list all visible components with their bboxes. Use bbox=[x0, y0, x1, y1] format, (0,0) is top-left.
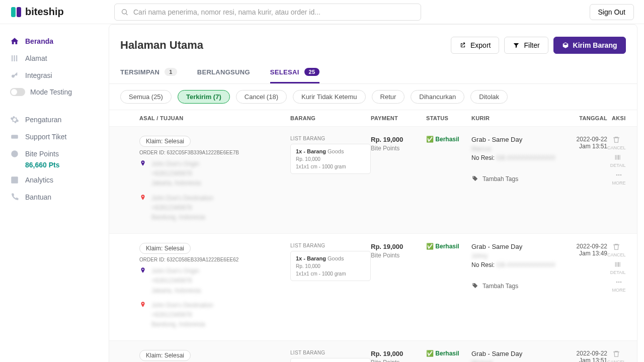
trash-icon bbox=[612, 136, 620, 144]
sidebar-item-beranda[interactable]: Beranda bbox=[5, 33, 104, 49]
svg-rect-3 bbox=[12, 55, 13, 61]
order-id: ORDER ID: 632C058EB339A1222BE6EE62 bbox=[139, 257, 290, 262]
detail-action[interactable]: DETAIL bbox=[610, 153, 626, 168]
sidebar-item-integrasi[interactable]: Integrasi bbox=[5, 67, 104, 83]
claim-badge: Klaim: Selesai bbox=[139, 243, 191, 254]
filter-chip-retur[interactable]: Retur bbox=[372, 90, 405, 104]
sidebar-item-support[interactable]: Support Tiket bbox=[5, 129, 104, 145]
item-card: 1x - Barang Goods Rp. 10,000 1x1x1 cm - … bbox=[290, 358, 371, 362]
export-button[interactable]: Export bbox=[451, 37, 499, 54]
svg-point-2 bbox=[122, 9, 126, 14]
col-header-payment: PAYMENT bbox=[371, 115, 426, 121]
payment-amount: Rp. 19,000 bbox=[371, 350, 426, 357]
col-header-tanggal: TANGGAL bbox=[562, 115, 607, 121]
ship-button[interactable]: Kirim Barang bbox=[553, 37, 626, 54]
svg-rect-5 bbox=[16, 55, 17, 61]
phone-icon bbox=[10, 193, 19, 202]
filter-button[interactable]: Filter bbox=[504, 37, 548, 54]
order-id: ORDER ID: 632C05F3B339A1222BE6EE7B bbox=[139, 150, 290, 155]
col-header-status: STATUS bbox=[426, 115, 471, 121]
sign-out-button[interactable]: Sign Out bbox=[590, 4, 634, 20]
resi: No Resi: GB-XXXXXXXXXXXX bbox=[471, 261, 562, 268]
filter-chip-semua[interactable]: Semua (25) bbox=[120, 90, 172, 104]
filter-chip-ditolak[interactable]: Ditolak bbox=[470, 90, 508, 104]
page-title: Halaman Utama bbox=[120, 39, 203, 52]
sidebar-item-alamat[interactable]: Alamat bbox=[5, 50, 104, 66]
tab-label: TERSIMPAN bbox=[120, 68, 159, 76]
more-action[interactable]: MORE bbox=[612, 278, 626, 293]
svg-rect-1 bbox=[17, 7, 21, 17]
status-badge: ✅ Berhasil bbox=[426, 136, 471, 143]
add-tags-button[interactable]: Tambah Tags bbox=[471, 283, 562, 290]
dest-address: John Doe's Destination+62812345678Bandun… bbox=[151, 301, 213, 330]
more-action[interactable]: MORE bbox=[612, 171, 626, 186]
order-row: Klaim: Selesai ORDER ID: 632C05F3B339A12… bbox=[109, 340, 637, 362]
order-date: 2022-09-22 bbox=[562, 136, 607, 143]
svg-rect-9 bbox=[11, 176, 18, 184]
sidebar-label: Integrasi bbox=[25, 71, 52, 79]
tab-berlangsung[interactable]: BERLANGSUNG bbox=[197, 63, 250, 83]
sidebar-item-points[interactable]: Bite Points bbox=[5, 146, 104, 162]
svg-rect-7 bbox=[11, 135, 18, 139]
dest-address: John Doe's Destination+62812345678Bandun… bbox=[151, 194, 213, 223]
order-time: Jam 13:49 bbox=[562, 250, 607, 257]
col-header-barang: BARANG bbox=[290, 115, 371, 121]
origin-pin-icon bbox=[139, 160, 146, 167]
tab-badge: 25 bbox=[304, 68, 320, 76]
driver-name: Marcus bbox=[471, 145, 562, 152]
svg-point-23 bbox=[620, 282, 622, 283]
status-badge: ✅ Berhasil bbox=[426, 350, 471, 357]
filter-label: Filter bbox=[524, 41, 539, 49]
courier-name: Grab - Same Day bbox=[471, 136, 562, 143]
cancel-action[interactable]: CANCEL bbox=[607, 350, 626, 362]
filter-chip-cancel[interactable]: Cancel (18) bbox=[236, 90, 287, 104]
sidebar-label: Alamat bbox=[25, 54, 47, 62]
export-label: Export bbox=[470, 41, 491, 49]
search-input-wrap[interactable] bbox=[114, 4, 421, 21]
svg-point-6 bbox=[12, 75, 15, 78]
add-tags-button[interactable]: Tambah Tags bbox=[471, 175, 562, 183]
order-date: 2022-09-22 bbox=[562, 243, 607, 250]
toggle-icon[interactable] bbox=[10, 88, 25, 96]
sidebar-label: Beranda bbox=[25, 37, 53, 45]
dest-pin-icon bbox=[139, 194, 146, 201]
sidebar-label: Support Tiket bbox=[25, 133, 67, 141]
item-card: 1x - Barang Goods Rp. 10,000 1x1x1 cm - … bbox=[290, 144, 371, 174]
tag-icon bbox=[471, 175, 478, 183]
filter-icon bbox=[513, 42, 520, 49]
svg-rect-18 bbox=[616, 262, 617, 266]
svg-point-21 bbox=[616, 282, 618, 283]
col-header-aksi: AKSI bbox=[607, 115, 626, 121]
order-date: 2022-09-22 bbox=[562, 350, 607, 357]
chart-icon bbox=[10, 175, 19, 185]
search-input[interactable] bbox=[133, 8, 415, 16]
svg-point-22 bbox=[618, 282, 620, 283]
more-icon bbox=[615, 278, 623, 286]
tab-selesai[interactable]: SELESAI 25 bbox=[270, 63, 320, 83]
claim-badge: Klaim: Selesai bbox=[139, 136, 191, 147]
filter-chip-dihancurkan[interactable]: Dihancurkan bbox=[411, 90, 464, 104]
sidebar-item-bantuan[interactable]: Bantuan bbox=[5, 189, 104, 205]
sidebar-item-mode-testing[interactable]: Mode Testing bbox=[5, 84, 104, 100]
payment-amount: Rp. 19,000 bbox=[371, 136, 426, 143]
detail-action[interactable]: DETAIL bbox=[610, 260, 626, 275]
tab-label: BERLANGSUNG bbox=[197, 68, 250, 76]
dest-pin-icon bbox=[139, 301, 146, 308]
svg-rect-19 bbox=[618, 262, 619, 266]
cancel-action[interactable]: CANCEL bbox=[607, 243, 626, 257]
filter-chip-terkirim[interactable]: Terkirim (7) bbox=[178, 90, 230, 104]
ticket-icon bbox=[10, 132, 19, 141]
col-header-asal: ASAL / TUJUAN bbox=[139, 115, 290, 121]
origin-pin-icon bbox=[139, 267, 146, 274]
tab-tersimpan[interactable]: TERSIMPAN 1 bbox=[120, 63, 177, 83]
sidebar-item-pengaturan[interactable]: Pengaturan bbox=[5, 112, 104, 128]
trash-icon bbox=[612, 350, 620, 358]
more-icon bbox=[615, 171, 623, 179]
filter-chip-kurir[interactable]: Kurir Tidak Ketemu bbox=[293, 90, 366, 104]
cancel-action[interactable]: CANCEL bbox=[607, 136, 626, 150]
list-barang-label: LIST BARANG bbox=[290, 136, 371, 141]
ship-label: Kirim Barang bbox=[573, 41, 617, 49]
svg-rect-11 bbox=[616, 155, 617, 159]
sidebar-item-analytics[interactable]: Analytics bbox=[5, 172, 104, 188]
svg-rect-20 bbox=[619, 262, 620, 266]
